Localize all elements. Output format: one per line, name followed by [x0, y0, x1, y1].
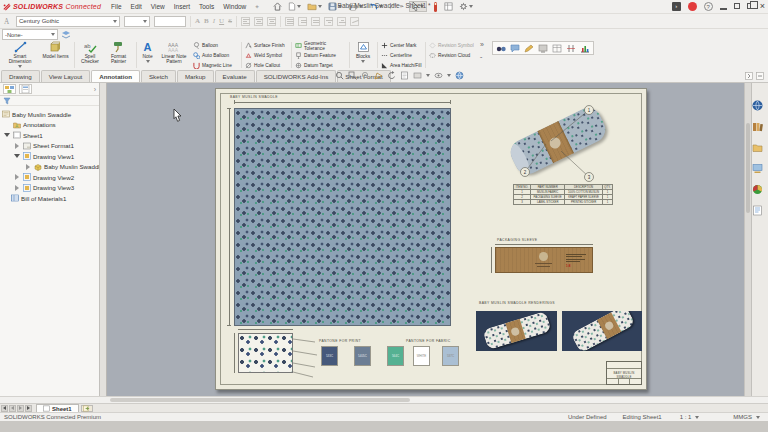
horizontal-scrollbar[interactable]	[0, 396, 768, 403]
swatch-2[interactable]: 5405C	[354, 346, 371, 366]
tree-item-drawing-view3[interactable]: Drawing View3	[0, 183, 99, 194]
tab-evaluate[interactable]: Evaluate	[215, 70, 255, 82]
minimize-button[interactable]	[720, 8, 727, 10]
italic-button[interactable]: I	[213, 17, 215, 25]
undo-button[interactable]	[369, 2, 383, 11]
bom-row[interactable]: 3LABEL STICKERPRINTED STICKER1	[514, 200, 613, 205]
property-manager-tab[interactable]	[19, 84, 32, 94]
tree-item-drawing-view2[interactable]: Drawing View2	[0, 172, 99, 183]
tree-item-part[interactable]: Baby Muslin Swaddle<?>	[0, 162, 99, 173]
revision-symbol-button[interactable]: Revision Symbol	[429, 41, 475, 50]
3dexperience-icon[interactable]	[752, 100, 763, 111]
layer-properties-icon[interactable]	[61, 30, 71, 40]
vertical-scrollbar[interactable]	[744, 83, 751, 396]
packaging-sleeve-view[interactable]: 1:8	[495, 247, 593, 273]
tree-item-sheet-format1[interactable]: Sheet Format1	[0, 141, 99, 152]
expand-arrow-icon[interactable]	[26, 164, 30, 170]
tree-item-sheet1[interactable]: Sheet1	[0, 130, 99, 141]
tab-solidworks-add-ins[interactable]: SOLIDWORKS Add-Ins	[256, 70, 337, 82]
view-globe-icon[interactable]	[455, 71, 464, 80]
hud-dropdown2-icon[interactable]	[447, 74, 451, 77]
comment-icon[interactable]	[510, 44, 520, 53]
tree-item-root[interactable]: Baby Muslin Swaddle	[0, 109, 99, 120]
custom-properties-icon[interactable]	[752, 205, 763, 216]
tree-item-bom[interactable]: Bill of Materials1	[0, 193, 99, 204]
compare-icon[interactable]	[566, 44, 576, 53]
user-avatar[interactable]	[688, 2, 697, 11]
menu-insert[interactable]: Insert	[174, 3, 190, 11]
maximize-button[interactable]	[734, 3, 740, 9]
markup-pencil-icon[interactable]	[524, 44, 534, 53]
performance-evaluation-icon[interactable]	[433, 2, 438, 12]
units-dropdown-icon[interactable]	[756, 416, 760, 419]
swatch-4[interactable]: WHITE	[413, 346, 430, 366]
tab-sketch[interactable]: Sketch	[141, 70, 176, 82]
magnetic-line-button[interactable]: Magnetic Line	[193, 61, 239, 70]
layer-select[interactable]: -None-	[2, 29, 58, 40]
menu-edit[interactable]: Edit	[131, 3, 142, 11]
add-sheet-button[interactable]	[81, 405, 93, 412]
revision-cloud-button[interactable]: Revision Cloud	[429, 51, 475, 60]
last-sheet-button[interactable]	[25, 405, 32, 412]
menu-window[interactable]: Window	[223, 3, 246, 11]
tab-view-layout[interactable]: View Layout	[41, 70, 91, 82]
view-sketch-icon[interactable]	[374, 71, 383, 80]
font-height-field[interactable]	[154, 16, 186, 27]
spell-checker-button[interactable]: ab Spell Checker	[77, 40, 103, 69]
select-tool-button[interactable]	[409, 1, 427, 12]
file-explorer-icon[interactable]	[752, 142, 763, 153]
swatch-1[interactable]: 533C	[321, 346, 338, 366]
scroll-thumb[interactable]	[110, 398, 410, 402]
underline-button[interactable]: U	[219, 17, 224, 25]
menu-file[interactable]: File	[111, 3, 121, 11]
center-mark-button[interactable]: Center Mark	[381, 41, 423, 50]
task-scheduler-icon[interactable]	[444, 2, 453, 11]
color-chart-icon[interactable]	[580, 44, 590, 53]
panel-expand-icon[interactable]: ›	[94, 86, 96, 93]
rotate-view-icon[interactable]	[387, 71, 396, 80]
expand-arrow-icon[interactable]	[15, 174, 19, 180]
print-button[interactable]	[348, 2, 363, 11]
angle-text-icon[interactable]	[350, 17, 359, 26]
home-button[interactable]	[273, 2, 282, 11]
zoom-to-area-icon[interactable]	[348, 71, 357, 80]
expand-arrow-icon[interactable]	[15, 143, 19, 149]
geometric-tolerance-button[interactable]: Geometric Tolerance	[295, 41, 347, 50]
status-units[interactable]: MMGS	[733, 414, 752, 420]
blocks-button[interactable]: Blocks	[352, 40, 374, 69]
save-button[interactable]	[328, 2, 342, 11]
font-family-select[interactable]: Century Gothic	[16, 16, 120, 27]
annotation-views-icon[interactable]	[552, 44, 562, 53]
weld-symbol-button[interactable]: Weld Symbol	[245, 51, 289, 60]
appearances-icon[interactable]	[752, 184, 763, 195]
align-center-icon[interactable]	[254, 17, 263, 26]
number-list-icon[interactable]	[311, 17, 320, 26]
balloon-button[interactable]: Balloon	[193, 41, 239, 50]
collapse-pane-icon[interactable]	[745, 72, 753, 80]
tree-filter[interactable]	[0, 96, 99, 106]
fabric-pattern-view[interactable]	[234, 108, 451, 326]
bullet-list-icon[interactable]	[298, 17, 307, 26]
new-document-button[interactable]	[288, 2, 301, 11]
swatch-5[interactable]: 537C	[442, 346, 459, 366]
datum-feature-button[interactable]: Datum Feature	[295, 51, 347, 60]
centerline-button[interactable]: Centerline	[381, 51, 423, 60]
restore-button[interactable]	[747, 3, 753, 9]
collapse-arrow-icon[interactable]	[4, 133, 10, 137]
strikethrough-button[interactable]: S	[228, 17, 232, 25]
design-library-icon[interactable]	[752, 121, 763, 132]
open-document-button[interactable]	[307, 2, 322, 11]
tab-annotation[interactable]: Annotation	[91, 70, 140, 82]
pane-options-icon[interactable]	[756, 72, 764, 80]
bold-button2[interactable]: B	[204, 17, 209, 25]
format-painter-button[interactable]: Format Painter	[104, 40, 133, 69]
pin-menu-icon[interactable]: ⌖	[255, 3, 259, 11]
renderings-label[interactable]: BABY MUSLIN SWADDLE RENDERINGS	[479, 301, 555, 305]
hide-show-icon[interactable]	[434, 71, 443, 80]
align-right-icon[interactable]	[267, 17, 276, 26]
menu-view[interactable]: View	[151, 3, 165, 11]
panel-splitter[interactable]	[100, 83, 107, 396]
next-sheet-button[interactable]	[17, 405, 24, 412]
tree-item-drawing-view1[interactable]: Drawing View1	[0, 151, 99, 162]
display-style-icon[interactable]	[413, 71, 422, 80]
